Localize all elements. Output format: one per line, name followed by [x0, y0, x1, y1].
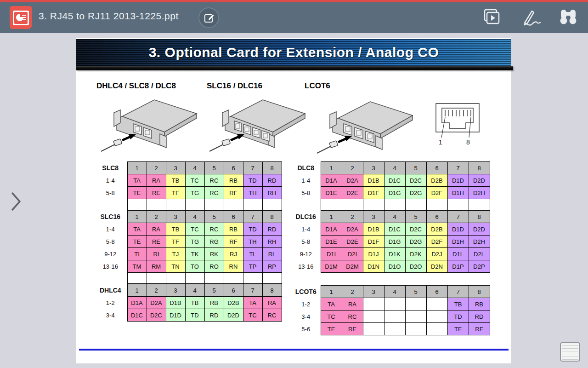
row-label: 1-2	[96, 297, 127, 309]
presentation-canvas: 3. Optional Card for Extension / Analog …	[0, 33, 588, 368]
column-header: 1	[127, 284, 147, 297]
pin-cell: D1C	[384, 223, 405, 236]
binoculars-find-icon	[560, 9, 577, 25]
pin-cell: TC	[185, 223, 204, 236]
pin-cell: D2J	[426, 248, 447, 260]
pin-cell	[185, 199, 204, 210]
column-header: 7	[243, 211, 262, 223]
column-header: 4	[384, 162, 405, 174]
pin-cell	[405, 323, 426, 335]
slide-footer-rule	[79, 349, 509, 351]
pin-cell: D1I	[321, 248, 342, 260]
table-name: SLC8	[96, 162, 127, 174]
pin-cell	[224, 273, 243, 284]
column-header: 6	[426, 286, 447, 298]
pin-cell: D2H	[469, 187, 490, 199]
pin-cell: D1B	[363, 223, 384, 236]
chevron-right-icon	[10, 192, 22, 211]
pin-cell: D1A	[127, 297, 147, 309]
pin-cell: D2A	[147, 297, 166, 309]
pin-cell: D2B	[224, 297, 243, 309]
column-header: 3	[166, 284, 185, 297]
pen-annotate-button[interactable]	[518, 9, 541, 27]
pin-cell: D2D	[469, 174, 490, 187]
column-header: 5	[405, 211, 426, 223]
pin-table-dlc8: DLC8123456781-4D1AD2AD1BD1CD2CD2BD1DD2D5…	[294, 161, 490, 210]
pin-cell: TL	[243, 248, 262, 260]
row-label: 9-12	[96, 248, 127, 260]
pin-cell: D1D	[166, 309, 185, 322]
pin-cell	[166, 273, 185, 284]
pin-cell: D1P	[447, 260, 469, 273]
pin-cell: D2G	[405, 187, 426, 199]
pin-cell: TH	[243, 187, 262, 199]
pin-cell: RK	[204, 248, 224, 260]
pin-cell: RN	[224, 260, 243, 273]
pin-cell: D2D	[224, 309, 243, 322]
row-label	[96, 273, 127, 284]
pin-cell	[426, 298, 447, 310]
column-header: 6	[426, 162, 447, 174]
column-header: 2	[147, 211, 166, 223]
pin-cell	[405, 199, 426, 210]
pin-cell: RG	[204, 236, 224, 248]
pin-cell: TO	[185, 260, 204, 273]
pin-cell: RM	[147, 260, 166, 273]
table-name: LCOT6	[294, 286, 321, 298]
row-label: 5-8	[294, 236, 321, 248]
pin-cell	[405, 310, 426, 323]
pin-cell: D2H	[469, 236, 490, 248]
row-label: 1-4	[96, 174, 127, 187]
edit-button[interactable]	[198, 7, 219, 28]
slide[interactable]: 3. Optional Card for Extension / Analog …	[76, 38, 511, 363]
pin-cell: D1F	[363, 236, 384, 248]
pin-cell: RD	[204, 309, 224, 322]
pin-cell: D2P	[469, 260, 490, 273]
pin-cell: TD	[447, 310, 469, 323]
pin-cell: D2B	[426, 174, 447, 187]
column-header: 1	[127, 162, 147, 174]
pin-cell: RD	[262, 223, 282, 236]
slide-title: 3. Optional Card for Extension / Analog …	[149, 45, 439, 60]
find-button[interactable]	[560, 9, 577, 25]
pin-cell: TD	[243, 174, 262, 187]
pin-cell	[384, 323, 405, 335]
presentation-file-icon[interactable]	[10, 6, 32, 29]
next-slide-button[interactable]	[10, 192, 22, 211]
column-header: 5	[405, 162, 426, 174]
row-label: 3-4	[96, 309, 127, 322]
pin-cell: D2G	[405, 236, 426, 248]
row-label: 1-4	[294, 223, 321, 236]
pin-cell: TI	[127, 248, 147, 260]
pin-cell: RA	[147, 223, 166, 236]
column-header: 4	[185, 284, 204, 297]
pin-cell: TF	[166, 187, 185, 199]
pin-cell: RB	[224, 174, 243, 187]
column-header: 3	[363, 211, 384, 223]
pin-cell	[447, 199, 469, 210]
pin-cell: TN	[166, 260, 185, 273]
pin-cell: RA	[262, 297, 282, 309]
pin-cell: RG	[204, 187, 224, 199]
pin-table-lcot6: LCOT6123456781-2TARATBRB3-4TCRCTDRD5-6TE…	[294, 285, 490, 335]
column-header: 8	[469, 286, 490, 298]
row-label: 1-4	[96, 223, 127, 236]
pin-cell: TD	[185, 309, 204, 322]
card-drawing-dhlc4	[100, 92, 206, 153]
column-header: 4	[185, 211, 204, 223]
pin-cell	[166, 199, 185, 210]
pin-cell: TJ	[166, 248, 185, 260]
pin-cell: TD	[243, 223, 262, 236]
pin-cell: RL	[262, 248, 282, 260]
pin-cell: D1D	[447, 174, 469, 187]
column-header: 1	[127, 211, 147, 223]
pin-cell: TP	[243, 260, 262, 273]
row-label: 1-2	[294, 298, 321, 310]
column-header: 7	[447, 211, 469, 223]
slideshow-play-button[interactable]	[483, 9, 500, 25]
pin-cell: D1K	[384, 248, 405, 260]
pin-cell: D2E	[342, 236, 363, 248]
pin-cell: D1G	[384, 187, 405, 199]
column-header: 2	[342, 211, 363, 223]
notes-panel-button[interactable]	[560, 342, 580, 362]
